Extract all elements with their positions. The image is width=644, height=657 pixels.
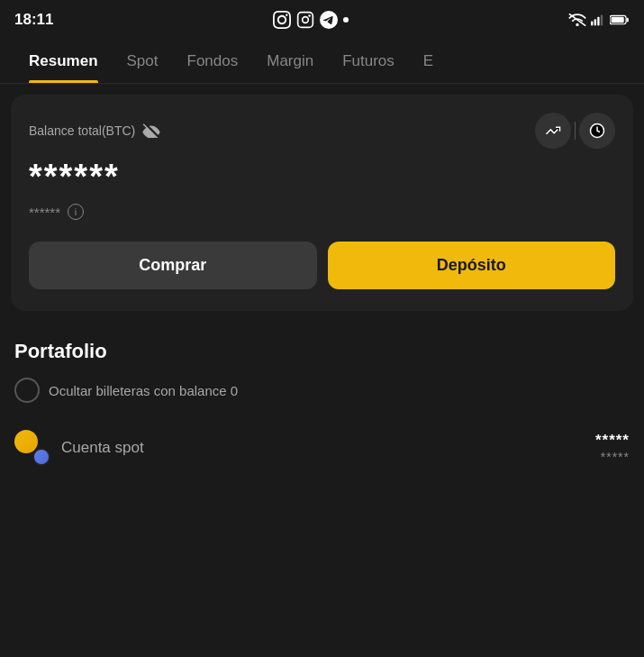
svg-point-2: [309, 14, 312, 17]
status-time: 18:11: [14, 11, 53, 29]
svg-rect-10: [612, 17, 624, 23]
nav-tabs: Resumen Spot Fondos Margin Futuros E: [0, 40, 644, 84]
balance-label-text: Balance total(BTC): [29, 123, 135, 138]
main-content: Balance total(BTC): [0, 95, 644, 475]
telegram-icon: [320, 11, 338, 29]
buy-button[interactable]: Comprar: [29, 242, 317, 289]
balance-fiat-value: ******: [29, 205, 60, 220]
tab-earn[interactable]: E: [409, 40, 448, 83]
action-buttons: Comprar Depósito: [29, 242, 615, 289]
instagram-alt-icon: [296, 11, 314, 29]
balance-section: Balance total(BTC): [11, 95, 633, 311]
chart-button[interactable]: [535, 113, 571, 149]
wifi-icon: [568, 13, 586, 27]
tab-spot[interactable]: Spot: [113, 40, 173, 83]
balance-label: Balance total(BTC): [29, 123, 160, 138]
tab-resumen[interactable]: Resumen: [14, 40, 113, 83]
deposit-button[interactable]: Depósito: [328, 242, 616, 289]
portfolio-title: Portafolio: [14, 340, 630, 363]
hide-zero-row: Ocultar billeteras con balance 0: [14, 378, 630, 403]
hide-zero-label: Ocultar billeteras con balance 0: [49, 383, 238, 398]
instagram-icon: [273, 11, 291, 29]
balance-value: ******: [29, 158, 615, 196]
clock-icon: [589, 123, 605, 139]
balance-actions: [535, 113, 615, 149]
notification-dot: [343, 17, 349, 23]
tab-futuros[interactable]: Futuros: [328, 40, 409, 83]
svg-rect-0: [298, 13, 313, 28]
svg-point-1: [303, 17, 309, 23]
hide-zero-toggle[interactable]: [14, 378, 40, 403]
tab-fondos[interactable]: Fondos: [173, 40, 253, 83]
clock-button[interactable]: [579, 113, 615, 149]
account-balance-main: *****: [595, 432, 630, 450]
hide-balance-icon[interactable]: [142, 123, 160, 138]
tab-margin[interactable]: Margin: [252, 40, 328, 83]
info-icon[interactable]: i: [68, 204, 84, 220]
account-icon-spot: [14, 430, 50, 466]
svg-point-3: [576, 24, 579, 27]
status-bar: 18:11: [0, 0, 644, 40]
signal-icon: [591, 13, 605, 27]
account-name-spot: Cuenta spot: [61, 439, 144, 457]
status-right-icons: [568, 13, 630, 27]
portfolio-section: Portafolio Ocultar billeteras con balanc…: [0, 322, 644, 475]
svg-rect-7: [601, 14, 603, 25]
divider: [575, 122, 576, 140]
svg-rect-5: [594, 19, 596, 25]
battery-icon: [610, 14, 630, 26]
account-balance-fiat: *****: [595, 450, 630, 464]
balance-header: Balance total(BTC): [29, 113, 615, 149]
coin-eth-icon: [32, 448, 50, 466]
chart-icon: [545, 123, 561, 139]
balance-fiat: ****** i: [29, 204, 615, 220]
account-right: ***** *****: [595, 432, 630, 464]
svg-rect-6: [597, 17, 599, 26]
svg-rect-9: [626, 18, 628, 23]
status-icons: [273, 11, 349, 29]
account-left: Cuenta spot: [14, 430, 144, 466]
account-row-spot[interactable]: Cuenta spot ***** *****: [14, 421, 630, 475]
svg-rect-4: [591, 22, 593, 26]
